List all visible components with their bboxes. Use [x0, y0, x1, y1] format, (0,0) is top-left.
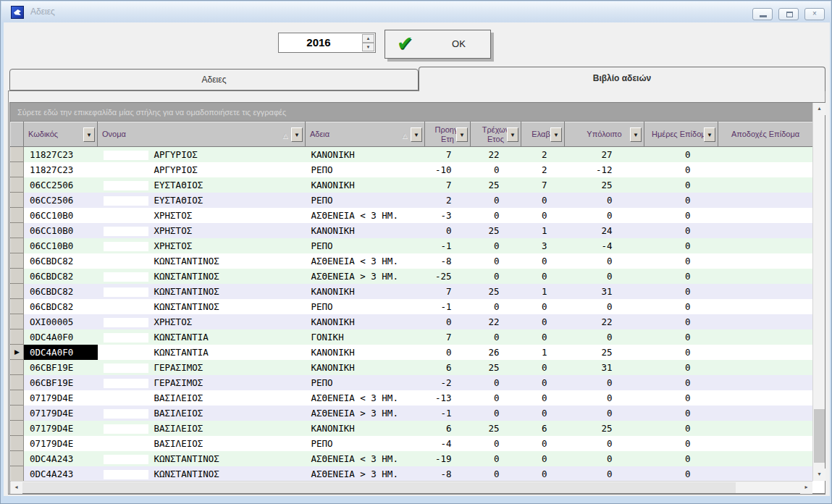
- cell-previous-years[interactable]: -8: [425, 466, 471, 482]
- cell-code[interactable]: 06CC2506: [24, 177, 98, 193]
- spin-up-button[interactable]: ▲: [362, 34, 374, 43]
- table-row[interactable]: 11827C23ΑΡΓΥΡΙΟΣΚΑΝΟΝΙΚΗ7222270: [11, 147, 813, 162]
- cell-remaining[interactable]: 0: [565, 390, 644, 406]
- cell-taken[interactable]: 0: [521, 360, 565, 375]
- cell-code[interactable]: 07179D4E: [24, 390, 98, 406]
- cell-remaining[interactable]: 25: [565, 177, 644, 193]
- table-row[interactable]: 06CC2506ΕΥΣΤΑΘΙΟΣΚΑΝΟΝΙΚΗ7257250: [11, 177, 813, 193]
- cell-leave-type[interactable]: ΚΑΝΟΝΙΚΗ: [306, 284, 425, 299]
- cell-benefit-days[interactable]: 0: [644, 421, 718, 436]
- column-header-prev[interactable]: Προηγ. Ετη▼: [425, 122, 471, 147]
- cell-previous-years[interactable]: -13: [425, 390, 471, 406]
- cell-remaining[interactable]: 0: [565, 253, 644, 269]
- table-row[interactable]: 06CBF19EΓΕΡΑΣΙΜΟΣΚΑΝΟΝΙΚΗ6250310: [11, 360, 813, 375]
- cell-code[interactable]: OXI00005: [24, 314, 98, 329]
- cell-remaining[interactable]: 22: [565, 314, 644, 329]
- cell-taken[interactable]: 0: [521, 253, 565, 269]
- filter-dropdown-button[interactable]: ▼: [456, 127, 468, 142]
- cell-remaining[interactable]: 25: [565, 421, 644, 436]
- cell-benefit-pay[interactable]: [718, 329, 813, 345]
- cell-remaining[interactable]: 0: [565, 466, 644, 482]
- cell-previous-years[interactable]: -1: [425, 406, 471, 421]
- cell-benefit-days[interactable]: 0: [644, 329, 718, 345]
- cell-name[interactable]: ΓΕΡΑΣΙΜΟΣ: [98, 375, 306, 390]
- cell-benefit-pay[interactable]: [718, 223, 813, 238]
- cell-leave-type[interactable]: ΡΕΠΟ: [306, 238, 425, 253]
- minimize-button[interactable]: [752, 8, 773, 20]
- cell-remaining[interactable]: 25: [565, 345, 644, 360]
- cell-previous-years[interactable]: -25: [425, 269, 471, 284]
- tab-vivlio-adeion[interactable]: Βιβλίο αδειών: [419, 67, 825, 91]
- filter-dropdown-button[interactable]: ▼: [411, 127, 422, 142]
- cell-previous-years[interactable]: 6: [425, 360, 471, 375]
- table-row[interactable]: ▶0DC4A0F0ΚΩΝΣΤΑΝΤΙΑΚΑΝΟΝΙΚΗ0261250: [11, 345, 813, 360]
- year-spinner[interactable]: 2016 ▲ ▼: [278, 33, 376, 53]
- column-header-benefit-pay[interactable]: Αποδοχές Επίδομα: [718, 122, 813, 147]
- cell-current-year[interactable]: 0: [471, 162, 521, 177]
- cell-code[interactable]: 06CC10B0: [24, 238, 98, 253]
- cell-taken[interactable]: 0: [521, 193, 565, 208]
- filter-dropdown-button[interactable]: ▼: [507, 127, 518, 142]
- table-row[interactable]: 0DC4A243ΚΩΝΣΤΑΝΤΙΝΟΣΑΣΘΕΝΕΙΑ > 3 ΗΜ.-800…: [11, 466, 813, 482]
- cell-previous-years[interactable]: -8: [425, 253, 471, 269]
- cell-remaining[interactable]: 0: [565, 208, 644, 223]
- cell-current-year[interactable]: 0: [471, 390, 521, 406]
- cell-code[interactable]: 07179D4E: [24, 406, 98, 421]
- cell-name[interactable]: ΕΥΣΤΑΘΙΟΣ: [98, 193, 306, 208]
- column-header-leave[interactable]: Αδεια△▼: [306, 122, 425, 147]
- table-row[interactable]: 06CBDC82ΚΩΝΣΤΑΝΤΙΝΟΣΑΣΘΕΝΕΙΑ < 3 ΗΜ.-800…: [11, 253, 813, 269]
- cell-leave-type[interactable]: ΑΣΘΕΝΕΙΑ < 3 ΗΜ.: [306, 390, 425, 406]
- cell-benefit-pay[interactable]: [718, 147, 813, 162]
- cell-benefit-days[interactable]: 0: [644, 177, 718, 193]
- cell-benefit-pay[interactable]: [718, 162, 813, 177]
- cell-taken[interactable]: 2: [521, 162, 565, 177]
- cell-name[interactable]: ΚΩΝΣΤΑΝΤΙΝΟΣ: [98, 451, 306, 466]
- cell-current-year[interactable]: 25: [471, 284, 521, 299]
- year-value[interactable]: 2016: [279, 36, 358, 49]
- cell-current-year[interactable]: 25: [471, 360, 521, 375]
- scroll-left-button[interactable]: ◂: [10, 482, 22, 494]
- cell-previous-years[interactable]: 7: [425, 329, 471, 345]
- cell-code[interactable]: 06CBDC82: [24, 269, 98, 284]
- title-bar[interactable]: Αδειες ×: [1, 1, 831, 22]
- cell-leave-type[interactable]: ΚΑΝΟΝΙΚΗ: [306, 177, 425, 193]
- cell-benefit-days[interactable]: 0: [644, 269, 718, 284]
- cell-name[interactable]: ΑΡΓΥΡΙΟΣ: [98, 162, 306, 177]
- group-by-bar[interactable]: Σύρετε εδώ την επικεφαλίδα μίας στήλης γ…: [10, 103, 812, 122]
- cell-current-year[interactable]: 22: [471, 147, 521, 162]
- cell-taken[interactable]: 7: [521, 177, 565, 193]
- cell-remaining[interactable]: 0: [565, 329, 644, 345]
- filter-dropdown-button[interactable]: ▼: [83, 127, 95, 142]
- cell-current-year[interactable]: 0: [471, 375, 521, 390]
- cell-current-year[interactable]: 26: [471, 345, 521, 360]
- table-row[interactable]: 06CC2506ΕΥΣΤΑΘΙΟΣΡΕΠΟ20000: [11, 193, 813, 208]
- cell-benefit-days[interactable]: 0: [644, 238, 718, 253]
- column-header-code[interactable]: Κωδικός▼: [24, 122, 98, 147]
- cell-previous-years[interactable]: -19: [425, 451, 471, 466]
- cell-name[interactable]: ΧΡΗΣΤΟΣ: [98, 314, 306, 329]
- cell-code[interactable]: 06CBDC82: [24, 253, 98, 269]
- cell-current-year[interactable]: 22: [471, 314, 521, 329]
- cell-code[interactable]: 06CC10B0: [24, 223, 98, 238]
- cell-name[interactable]: ΚΩΝΣΤΑΝΤΙΝΟΣ: [98, 284, 306, 299]
- filter-dropdown-button[interactable]: ▼: [291, 127, 303, 142]
- table-row[interactable]: OXI00005ΧΡΗΣΤΟΣΚΑΝΟΝΙΚΗ0220220: [11, 314, 813, 329]
- cell-benefit-days[interactable]: 0: [644, 314, 718, 329]
- cell-code[interactable]: 07179D4E: [24, 421, 98, 436]
- cell-previous-years[interactable]: 0: [425, 314, 471, 329]
- cell-leave-type[interactable]: ΚΑΝΟΝΙΚΗ: [306, 223, 425, 238]
- cell-previous-years[interactable]: 0: [425, 345, 471, 360]
- cell-benefit-pay[interactable]: [718, 375, 813, 390]
- cell-taken[interactable]: 0: [521, 329, 565, 345]
- cell-remaining[interactable]: 0: [565, 299, 644, 314]
- cell-leave-type[interactable]: ΡΕΠΟ: [306, 375, 425, 390]
- cell-taken[interactable]: 0: [521, 375, 565, 390]
- cell-name[interactable]: ΚΩΝΣΤΑΝΤΙΝΟΣ: [98, 299, 306, 314]
- cell-leave-type[interactable]: ΡΕΠΟ: [306, 162, 425, 177]
- column-header-name[interactable]: Ονομα△▼: [98, 122, 306, 147]
- cell-taken[interactable]: 0: [521, 314, 565, 329]
- cell-previous-years[interactable]: 7: [425, 177, 471, 193]
- cell-benefit-days[interactable]: 0: [644, 390, 718, 406]
- cell-taken[interactable]: 0: [521, 299, 565, 314]
- cell-name[interactable]: ΓΕΡΑΣΙΜΟΣ: [98, 360, 306, 375]
